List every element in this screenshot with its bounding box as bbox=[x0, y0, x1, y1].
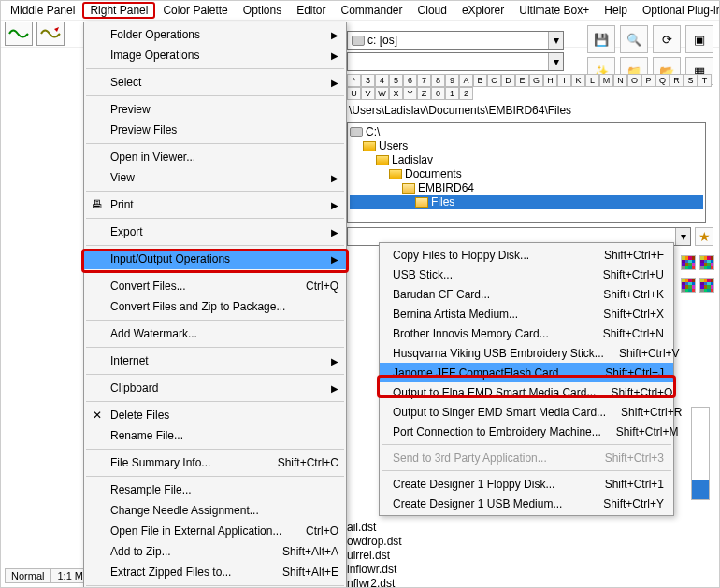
alpha-filter-I[interactable]: I bbox=[557, 74, 571, 87]
tree-node[interactable]: Ladislav bbox=[350, 153, 703, 167]
menu-cloud[interactable]: Cloud bbox=[410, 3, 454, 18]
submenu-item[interactable]: Create Designer 1 Floppy Disk...Shift+Ct… bbox=[380, 474, 673, 494]
file-list-item[interactable]: uirrel.dst bbox=[347, 549, 402, 563]
file-list-item[interactable]: inflowr.dst bbox=[347, 563, 402, 577]
alpha-filter-0[interactable]: 0 bbox=[431, 87, 445, 100]
menu-item[interactable]: Image Operations▶ bbox=[84, 45, 346, 65]
file-list-item[interactable]: nflwr2.dst bbox=[347, 577, 402, 588]
menu-item[interactable]: Extract Zipped Files to...Shift+Alt+E bbox=[84, 562, 346, 582]
alpha-filter-4[interactable]: 4 bbox=[375, 74, 389, 87]
menu-item[interactable]: Convert Files and Zip to Package... bbox=[84, 296, 346, 317]
menu-item[interactable]: Export▶ bbox=[84, 222, 346, 242]
chevron-down-icon[interactable]: ▾ bbox=[548, 53, 563, 70]
view-grid-icon-4[interactable] bbox=[699, 278, 714, 293]
menu-right-panel[interactable]: Right Panel bbox=[82, 2, 155, 19]
alpha-filter-M[interactable]: M bbox=[599, 74, 613, 87]
menu-item[interactable]: Internet▶ bbox=[84, 351, 346, 371]
alpha-filter-5[interactable]: 5 bbox=[389, 74, 403, 87]
menu-item[interactable]: Resample File... bbox=[84, 480, 346, 500]
menu-color-palette[interactable]: Color Palette bbox=[155, 3, 235, 18]
file-list[interactable]: ail.dstowdrop.dstuirrel.dstinflowr.dstnf… bbox=[347, 521, 402, 588]
submenu-item[interactable]: Output to Singer EMD Smart Media Card...… bbox=[380, 402, 673, 422]
menu-optional-plugins[interactable]: Optional Plug-ins bbox=[635, 3, 720, 18]
favorite-filter-button[interactable]: ★ bbox=[695, 227, 713, 246]
menu-item[interactable]: Add to Zip...Shift+Alt+A bbox=[84, 541, 346, 562]
menu-item[interactable]: ✕Delete Files bbox=[84, 405, 346, 425]
submenu-item[interactable]: Husqvarna Viking USB Embroidery Stick...… bbox=[380, 343, 673, 363]
alpha-filter-B[interactable]: B bbox=[473, 74, 487, 87]
menu-help[interactable]: Help bbox=[597, 3, 635, 18]
menu-options[interactable]: Options bbox=[236, 3, 289, 18]
alpha-filter-3[interactable]: 3 bbox=[361, 74, 375, 87]
alpha-filter-D[interactable]: D bbox=[501, 74, 515, 87]
path-bar[interactable]: \Users\Ladislav\Documents\EMBIRD64\Files bbox=[347, 104, 712, 121]
tree-node[interactable]: Documents bbox=[350, 167, 703, 181]
alpha-filter-Z[interactable]: Z bbox=[417, 87, 431, 100]
tree-node[interactable]: EMBIRD64 bbox=[350, 181, 703, 195]
alpha-filter-L[interactable]: L bbox=[585, 74, 599, 87]
menu-item[interactable]: Change Needle Assignment... bbox=[84, 500, 346, 521]
alpha-filter-E[interactable]: E bbox=[515, 74, 529, 87]
alpha-filter-8[interactable]: 8 bbox=[431, 74, 445, 87]
submenu-item[interactable]: Output to Elna EMD Smart Media Card...Sh… bbox=[380, 382, 673, 402]
alpha-filter-N[interactable]: N bbox=[613, 74, 627, 87]
alpha-filter-T[interactable]: T bbox=[698, 74, 712, 87]
alpha-filter-U[interactable]: U bbox=[347, 87, 361, 100]
menu-item[interactable]: 🖶Print▶ bbox=[84, 194, 346, 215]
alpha-filter-9[interactable]: 9 bbox=[445, 74, 459, 87]
save-button[interactable]: 💾 bbox=[587, 25, 615, 53]
menu-item[interactable]: Folder Operations▶ bbox=[84, 24, 346, 45]
alpha-filter-V[interactable]: V bbox=[361, 87, 375, 100]
alpha-filter-W[interactable]: W bbox=[375, 87, 389, 100]
menu-middle-panel[interactable]: Middle Panel bbox=[3, 3, 82, 18]
tree-node[interactable]: Files bbox=[350, 195, 703, 209]
menu-item[interactable]: Add Watermark... bbox=[84, 323, 346, 344]
view-grid-icon-2[interactable] bbox=[699, 255, 714, 270]
menu-item[interactable]: Convert Files...Ctrl+Q bbox=[84, 276, 346, 296]
menu-explorer[interactable]: eXplorer bbox=[454, 3, 511, 18]
tree-node[interactable]: C:\ bbox=[350, 125, 703, 139]
menu-item[interactable]: Open in Viewer... bbox=[84, 147, 346, 167]
submenu-item[interactable]: Copy Files to Floppy Disk...Shift+Ctrl+F bbox=[380, 245, 673, 265]
tree-node[interactable]: Users bbox=[350, 139, 703, 153]
alpha-filter-X[interactable]: X bbox=[389, 87, 403, 100]
filter-secondary-combo[interactable]: ▾ bbox=[347, 52, 564, 71]
alpha-filter-S[interactable]: S bbox=[684, 74, 698, 87]
menu-item[interactable]: Preview Files bbox=[84, 120, 346, 140]
menu-item[interactable]: View▶ bbox=[84, 167, 346, 188]
menu-editor[interactable]: Editor bbox=[289, 3, 333, 18]
alpha-filter-1[interactable]: 1 bbox=[445, 87, 459, 100]
alpha-filter-K[interactable]: K bbox=[571, 74, 585, 87]
submenu-item[interactable]: Janome JEF CompactFlash Card...Shift+Ctr… bbox=[380, 363, 673, 382]
menu-ultimate-box[interactable]: Ultimate Box+ bbox=[511, 3, 597, 18]
file-list-item[interactable]: ail.dst bbox=[347, 521, 402, 535]
tool-wave-olive[interactable] bbox=[36, 22, 65, 46]
menu-item[interactable]: Open File in External Application...Ctrl… bbox=[84, 521, 346, 541]
alpha-filter-2[interactable]: 2 bbox=[459, 87, 473, 100]
alpha-filter-7[interactable]: 7 bbox=[417, 74, 431, 87]
alpha-filter-Q[interactable]: Q bbox=[655, 74, 670, 87]
alpha-filter-R[interactable]: R bbox=[670, 74, 684, 87]
alpha-filter-O[interactable]: O bbox=[627, 74, 641, 87]
menu-item[interactable]: Rename File... bbox=[84, 425, 346, 446]
submenu-item[interactable]: Create Designer 1 USB Medium...Shift+Ctr… bbox=[380, 494, 673, 513]
submenu-item[interactable]: Bernina Artista Medium...Shift+Ctrl+X bbox=[380, 304, 673, 323]
view-grid-icon-3[interactable] bbox=[681, 278, 696, 293]
tool-wave-green[interactable] bbox=[5, 22, 33, 46]
chevron-down-icon[interactable]: ▾ bbox=[675, 228, 690, 245]
submenu-item[interactable]: Brother Innovis Memory Card...Shift+Ctrl… bbox=[380, 323, 673, 343]
submenu-item[interactable]: Port Connection to Embroidery Machine...… bbox=[380, 422, 673, 441]
refresh-button[interactable]: ⟳ bbox=[653, 25, 681, 53]
alpha-filter-6[interactable]: 6 bbox=[403, 74, 417, 87]
drive-combo[interactable]: c: [os] ▾ bbox=[347, 31, 564, 50]
thumbnail-scroll[interactable] bbox=[691, 407, 710, 500]
menu-item[interactable]: Input/Output Operations▶ bbox=[84, 249, 346, 269]
alpha-filter-C[interactable]: C bbox=[487, 74, 501, 87]
cascade-button[interactable]: ▣ bbox=[685, 25, 713, 53]
zoom-in-button[interactable]: 🔍 bbox=[620, 25, 648, 53]
menu-item[interactable]: File Summary Info...Shift+Ctrl+C bbox=[84, 452, 346, 473]
alpha-filter-Y[interactable]: Y bbox=[403, 87, 417, 100]
menu-commander[interactable]: Commander bbox=[334, 3, 410, 18]
chevron-down-icon[interactable]: ▾ bbox=[548, 32, 563, 49]
menu-item[interactable]: Clipboard▶ bbox=[84, 378, 346, 398]
